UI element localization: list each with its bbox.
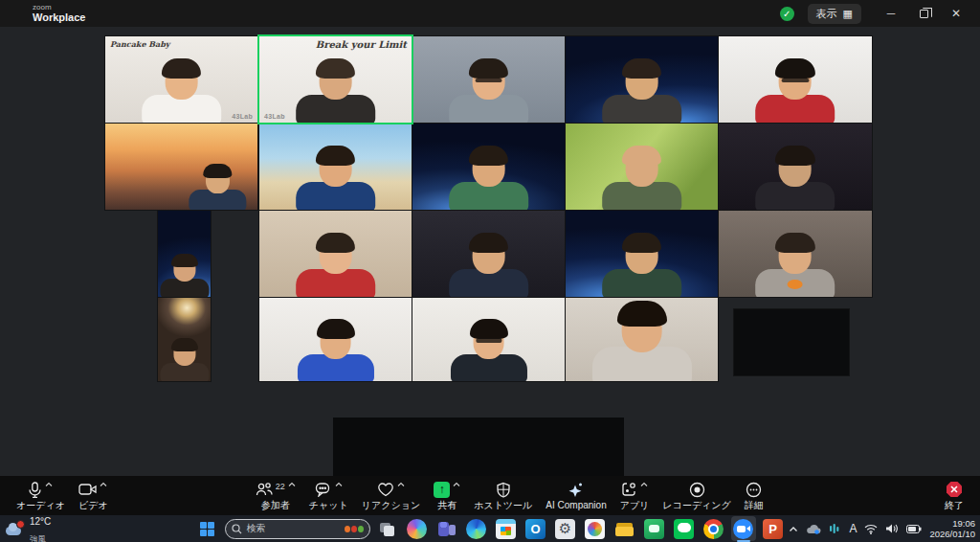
ai-companion-button[interactable]: AI Companion xyxy=(539,479,612,512)
reactions-caret[interactable] xyxy=(397,481,405,498)
tile-boy-space-1[interactable] xyxy=(566,36,718,123)
video-button[interactable]: ビデオ xyxy=(72,479,115,512)
tile-host-thumbsup[interactable]: Pancake Baby43Lab xyxy=(105,36,257,123)
onedrive-cloud-icon[interactable] xyxy=(806,524,821,534)
apps-caret[interactable] xyxy=(640,481,648,498)
tile-boy-glasses-2[interactable] xyxy=(412,298,565,381)
apps-button[interactable]: アプリ xyxy=(613,479,657,512)
recording-button[interactable]: レコーディング xyxy=(656,479,737,512)
chat-caret[interactable] xyxy=(335,481,343,498)
video-camera-icon xyxy=(78,481,97,498)
taskbar-icon-green-app[interactable] xyxy=(642,516,667,541)
clock-time: 19:06 xyxy=(952,518,975,529)
wifi-icon[interactable] xyxy=(864,524,878,534)
voice-access-icon[interactable] xyxy=(829,523,841,534)
participant-silhouette xyxy=(297,319,373,381)
taskbar-icon-photos[interactable] xyxy=(583,516,608,541)
zoom-toolbar: オーディオ ビデオ 22 xyxy=(0,476,980,515)
participant-silhouette xyxy=(756,233,835,297)
view-button[interactable]: 表示 ▦ xyxy=(808,4,861,24)
clock-date: 2026/01/10 xyxy=(929,529,975,539)
taskbar-icon-task-view[interactable] xyxy=(375,516,400,541)
windows-taskbar: 12°C 強風 検索 xyxy=(0,515,980,542)
taskbar-icon-chrome[interactable] xyxy=(702,516,726,541)
tile-boy-grass[interactable] xyxy=(566,124,718,210)
taskbar-icon-teams[interactable] xyxy=(434,516,459,541)
tray-chevron-icon[interactable] xyxy=(789,526,798,532)
participants-count: 22 xyxy=(276,481,285,491)
participants-button[interactable]: 22 参加者 xyxy=(249,479,302,512)
taskbar-icon-copilot[interactable] xyxy=(405,516,430,541)
weather-temp: 12°C xyxy=(30,516,51,527)
apps-icon xyxy=(621,481,637,498)
more-button[interactable]: 詳細 xyxy=(738,479,770,512)
participant-silhouette xyxy=(296,233,375,297)
security-shield-icon[interactable]: ✓ xyxy=(780,7,794,21)
tile-boy-closeup[interactable] xyxy=(566,298,718,381)
chat-button[interactable]: チャット xyxy=(302,479,355,512)
taskbar-app-icons xyxy=(375,516,786,541)
weather-widget[interactable]: 12°C 強風 xyxy=(6,515,51,542)
tile-boy-space-2[interactable] xyxy=(566,211,718,297)
tile-boy-space-green[interactable] xyxy=(412,124,565,210)
close-button[interactable]: ✕ xyxy=(940,0,972,27)
tile-boy-beach[interactable] xyxy=(259,124,412,210)
participant-silhouette xyxy=(158,254,211,297)
ime-mode-indicator[interactable]: A xyxy=(849,522,857,535)
microphone-icon xyxy=(28,481,42,498)
tile-goldengate[interactable] xyxy=(105,124,257,210)
window-titlebar: zoom Workplace ✓ 表示 ▦ ─ ✕ xyxy=(0,0,980,27)
taskbar-icon-line[interactable] xyxy=(672,516,697,541)
host-tools-button[interactable]: ホストツール xyxy=(467,479,539,512)
teams-icon xyxy=(436,519,457,539)
participant-silhouette xyxy=(296,146,375,210)
video-options-caret[interactable] xyxy=(100,481,107,498)
audio-options-caret[interactable] xyxy=(45,481,53,498)
taskbar-search-box[interactable]: 検索 xyxy=(225,519,370,539)
minimize-button[interactable]: ─ xyxy=(875,0,907,27)
battery-icon[interactable] xyxy=(906,525,922,533)
taskbar-clock[interactable]: 19:06 2026/01/10 xyxy=(929,518,975,540)
powerpoint-icon xyxy=(763,519,783,539)
audio-label: オーディオ xyxy=(16,501,65,510)
share-screen-button[interactable]: ↑ 共有 xyxy=(427,479,467,512)
zoom-app-icon xyxy=(733,519,753,539)
share-caret[interactable] xyxy=(453,481,460,498)
taskbar-icon-file-explorer[interactable] xyxy=(612,516,637,541)
taskbar-icon-zoom-app[interactable] xyxy=(731,516,756,541)
taskbar-icon-edge[interactable] xyxy=(464,516,489,541)
taskbar-icon-outlook[interactable] xyxy=(523,516,548,541)
end-meeting-button[interactable]: 終了 xyxy=(938,479,970,512)
meeting-area: Pancake Baby43LabBreak your Limit43Lab xyxy=(0,27,980,476)
tile-boy-hoodie[interactable] xyxy=(719,211,872,297)
brand-workplace: Workplace xyxy=(33,12,85,23)
tile-boy-soccer[interactable] xyxy=(719,36,872,123)
participant-silhouette xyxy=(602,146,681,210)
tile-camera-off[interactable] xyxy=(734,309,849,375)
participants-caret[interactable] xyxy=(288,481,296,498)
taskbar-icon-store[interactable] xyxy=(494,516,519,541)
tile-portrait-space[interactable] xyxy=(158,211,211,297)
tile-boy-glasses[interactable] xyxy=(412,36,565,123)
restore-button[interactable] xyxy=(907,0,940,27)
tile-host-peace[interactable]: Break your Limit43Lab xyxy=(259,36,412,123)
participant-silhouette xyxy=(449,233,528,297)
participant-silhouette xyxy=(450,319,526,381)
tile-girl-red[interactable] xyxy=(259,211,412,297)
participant-silhouette xyxy=(449,146,528,210)
share-label: 共有 xyxy=(437,501,457,510)
speaker-icon[interactable] xyxy=(885,523,899,534)
search-seasonal-doodle xyxy=(345,526,364,532)
audio-button[interactable]: オーディオ xyxy=(10,479,72,512)
tile-portrait-room[interactable] xyxy=(158,298,211,381)
tile-boy-darkroom[interactable] xyxy=(719,124,872,210)
start-button[interactable] xyxy=(195,516,220,541)
reactions-button[interactable]: リアクション xyxy=(355,479,427,512)
participant-silhouette xyxy=(296,58,375,123)
taskbar-icon-settings[interactable] xyxy=(553,516,578,541)
tile-boy-blue[interactable] xyxy=(259,298,412,381)
taskbar-icon-powerpoint[interactable] xyxy=(761,516,786,541)
settings-icon xyxy=(555,519,575,539)
weather-alert-badge xyxy=(16,520,25,529)
tile-boy-navy[interactable] xyxy=(412,211,565,297)
